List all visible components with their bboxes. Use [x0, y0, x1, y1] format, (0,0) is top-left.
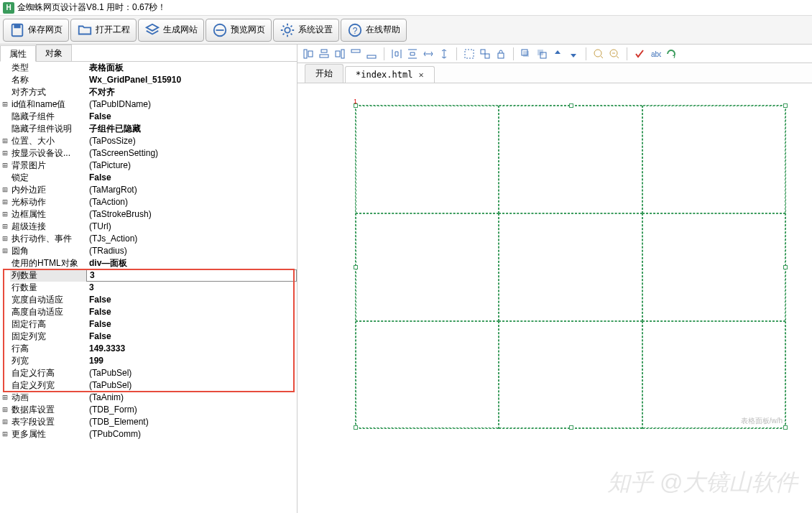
property-value[interactable]: False: [86, 318, 297, 331]
move-up-icon[interactable]: [551, 47, 564, 60]
property-row[interactable]: 列数量3▴▾: [0, 269, 297, 282]
tab-index-html[interactable]: *index.html ✕: [345, 66, 435, 83]
expand-icon[interactable]: ⊞: [0, 98, 10, 111]
property-value[interactable]: (TaStrokeBrush): [86, 208, 297, 221]
property-row[interactable]: 隐藏子组件说明子组件已隐藏: [0, 123, 297, 135]
distribute-v-icon[interactable]: [406, 47, 419, 60]
expand-icon[interactable]: ⊞: [0, 135, 10, 147]
property-value[interactable]: 149.3333: [86, 343, 297, 355]
property-grid[interactable]: 类型表格面板名称Wx_GridPanel_515910对齐方式不对齐⊞id值和n…: [0, 62, 297, 513]
property-value[interactable]: False: [86, 111, 297, 123]
expand-icon[interactable]: ⊞: [0, 208, 10, 221]
property-value[interactable]: (TJs_Action): [86, 233, 297, 245]
property-value[interactable]: (TDB_Form): [86, 404, 297, 416]
check-icon[interactable]: [633, 47, 646, 60]
property-value[interactable]: (TaScreenSetting): [86, 147, 297, 160]
expand-icon[interactable]: ⊞: [0, 416, 10, 428]
property-row[interactable]: 行数量3: [0, 282, 297, 294]
align-right-icon[interactable]: [333, 47, 346, 60]
align-bottom-icon[interactable]: [365, 47, 378, 60]
property-row[interactable]: 锁定False: [0, 172, 297, 184]
property-row[interactable]: ⊞背景图片(TaPicture): [0, 160, 297, 172]
property-row[interactable]: 隐藏子组件False: [0, 111, 297, 123]
property-row[interactable]: ⊞边框属性(TaStrokeBrush): [0, 208, 297, 221]
property-value[interactable]: 子组件已隐藏: [86, 123, 297, 135]
property-value[interactable]: False: [86, 306, 297, 318]
distribute-h-icon[interactable]: [390, 47, 403, 60]
property-row[interactable]: ⊞超级连接(TUrl): [0, 221, 297, 233]
bring-front-icon[interactable]: [520, 47, 532, 60]
align-center-icon[interactable]: [318, 47, 331, 60]
property-value[interactable]: 不对齐: [86, 86, 297, 98]
property-row[interactable]: 自定义行高(TaPubSel): [0, 367, 297, 379]
align-top-icon[interactable]: [349, 47, 362, 60]
property-value[interactable]: (TPubComm): [86, 428, 297, 440]
ungroup-icon[interactable]: [479, 47, 492, 60]
zoom-out-icon[interactable]: [608, 47, 621, 60]
expand-icon[interactable]: ⊞: [0, 196, 10, 208]
property-value[interactable]: 3▴▾: [86, 269, 297, 282]
same-width-icon[interactable]: [422, 47, 435, 60]
property-value[interactable]: (TaAnim): [86, 392, 297, 404]
property-row[interactable]: ⊞id值和name值(TaPubIDName): [0, 98, 297, 111]
property-value[interactable]: (TaPosSize): [86, 135, 297, 147]
property-value[interactable]: div—面板: [86, 257, 297, 269]
property-row[interactable]: ⊞内外边距(TaMargRot): [0, 184, 297, 196]
property-row[interactable]: ⊞光标动作(TaAction): [0, 196, 297, 208]
property-value[interactable]: 199: [86, 355, 297, 367]
property-value[interactable]: (TaPubIDName): [86, 98, 297, 111]
tab-objects[interactable]: 对象: [36, 45, 72, 61]
property-value[interactable]: (TaMargRot): [86, 184, 297, 196]
expand-icon[interactable]: ⊞: [0, 428, 10, 440]
property-row[interactable]: 使用的HTML对象div—面板: [0, 257, 297, 269]
property-row[interactable]: 自定义列宽(TaPubSel): [0, 379, 297, 392]
property-value[interactable]: (TaAction): [86, 196, 297, 208]
property-row[interactable]: 行高149.3333: [0, 343, 297, 355]
property-row[interactable]: ⊞数据库设置(TDB_Form): [0, 404, 297, 416]
property-value[interactable]: False: [86, 331, 297, 343]
property-row[interactable]: 固定行高False: [0, 318, 297, 331]
property-row[interactable]: 名称Wx_GridPanel_515910: [0, 74, 297, 86]
property-row[interactable]: 宽度自动适应False: [0, 294, 297, 306]
property-row[interactable]: 列宽199: [0, 355, 297, 367]
align-left-icon[interactable]: [302, 47, 315, 60]
close-tab-icon[interactable]: ✕: [418, 70, 423, 80]
property-value[interactable]: 3: [86, 282, 297, 294]
design-canvas[interactable]: 1 表格面板/w/h: [297, 83, 812, 513]
property-row[interactable]: ⊞圆角(TRadius): [0, 245, 297, 257]
property-row[interactable]: ⊞位置、大小(TaPosSize): [0, 135, 297, 147]
group-icon[interactable]: [463, 47, 476, 60]
help-button[interactable]: ? 在线帮助: [341, 19, 407, 42]
refresh-icon[interactable]: [665, 47, 678, 60]
property-row[interactable]: ⊞执行动作、事件(TJs_Action): [0, 233, 297, 245]
number-spinner[interactable]: ▴▾: [285, 281, 295, 282]
property-value[interactable]: 表格面板: [86, 62, 297, 74]
property-value[interactable]: (TaPubSel): [86, 367, 297, 379]
property-row[interactable]: 对齐方式不对齐: [0, 86, 297, 98]
property-row[interactable]: 固定列宽False: [0, 331, 297, 343]
property-row[interactable]: 类型表格面板: [0, 62, 297, 74]
zoom-in-icon[interactable]: [592, 47, 605, 60]
tab-attributes[interactable]: 属性: [0, 45, 36, 62]
property-value[interactable]: (TaPubSel): [86, 379, 297, 392]
tab-start[interactable]: 开始: [305, 64, 343, 83]
expand-icon[interactable]: ⊞: [0, 392, 10, 404]
property-row[interactable]: ⊞更多属性(TPubComm): [0, 428, 297, 440]
property-value[interactable]: False: [86, 294, 297, 306]
move-down-icon[interactable]: [567, 47, 580, 60]
property-value[interactable]: (TUrl): [86, 221, 297, 233]
expand-icon[interactable]: ⊞: [0, 404, 10, 416]
lock-icon[interactable]: [494, 47, 507, 60]
expand-icon[interactable]: ⊞: [0, 221, 10, 233]
property-value[interactable]: (TRadius): [86, 245, 297, 257]
expand-icon[interactable]: ⊞: [0, 147, 10, 160]
expand-icon[interactable]: ⊞: [0, 184, 10, 196]
property-row[interactable]: ⊞表字段设置(TDB_Element): [0, 416, 297, 428]
property-row[interactable]: 高度自动适应False: [0, 306, 297, 318]
property-value[interactable]: (TaPicture): [86, 160, 297, 172]
same-height-icon[interactable]: [438, 47, 451, 60]
grid-panel-preview[interactable]: 表格面板/w/h: [355, 105, 786, 428]
send-back-icon[interactable]: [535, 47, 548, 60]
text-icon[interactable]: abc: [649, 47, 662, 60]
expand-icon[interactable]: ⊞: [0, 233, 10, 245]
